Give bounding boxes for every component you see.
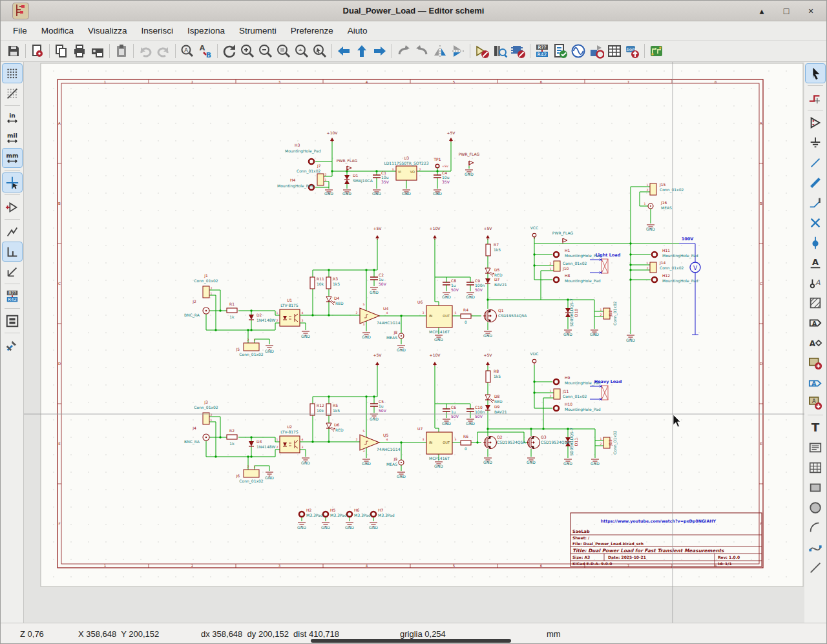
toolbar-mirror-v-button[interactable] bbox=[449, 42, 467, 60]
add-power-icon bbox=[808, 136, 822, 150]
left-free-angle-wires-button[interactable] bbox=[3, 222, 22, 241]
toolbar-find-button[interactable]: A bbox=[178, 42, 196, 60]
right-circle-button[interactable] bbox=[806, 498, 825, 517]
right-sheet-pin-button[interactable]: A bbox=[806, 393, 825, 412]
schematic-drawing[interactable]: 1122334455667788AABBCCDDEEFFhttps://www.… bbox=[24, 62, 804, 624]
left-units-in-button[interactable]: in bbox=[3, 109, 22, 127]
right-rule-area-button[interactable] bbox=[806, 293, 825, 312]
svg-text:50V: 50V bbox=[451, 287, 459, 292]
toolbar-rotate-cw-button[interactable] bbox=[413, 42, 431, 60]
right-net-label-button[interactable]: A bbox=[806, 253, 825, 272]
toolbar-open-pcb-button[interactable] bbox=[647, 42, 665, 60]
right-bus-entry-button[interactable] bbox=[806, 193, 825, 212]
left-hidden-pins-button[interactable] bbox=[3, 198, 22, 216]
schematic-canvas[interactable]: 1122334455667788AABBCCDDEEFFhttps://www.… bbox=[24, 62, 804, 624]
menu-modifica[interactable]: Modifica bbox=[34, 23, 81, 39]
svg-text:2: 2 bbox=[356, 311, 358, 315]
left-wires-45deg-button[interactable] bbox=[3, 262, 22, 281]
close-button[interactable]: × bbox=[806, 6, 816, 16]
print-icon bbox=[72, 43, 87, 59]
toolbar-zoom-out-button[interactable] bbox=[256, 42, 275, 60]
toolbar-edit-symbol-button[interactable] bbox=[473, 42, 491, 60]
menu-visualizza[interactable]: Visualizza bbox=[81, 23, 134, 39]
right-select-cursor-button[interactable] bbox=[806, 64, 825, 83]
toolbar-erc-button[interactable] bbox=[551, 42, 569, 60]
toolbar-zoom-in-button[interactable] bbox=[238, 42, 256, 60]
toolbar-redo-button[interactable] bbox=[154, 42, 173, 60]
toolbar-nav-forward-button[interactable] bbox=[371, 42, 389, 60]
toolbar-browse-symbols-button[interactable] bbox=[491, 42, 509, 60]
svg-text:M3.3Pad: M3.3Pad bbox=[330, 513, 347, 517]
bezier-icon bbox=[808, 541, 822, 555]
right-net-class-label-button[interactable]: A bbox=[806, 273, 825, 292]
right-add-power-button[interactable] bbox=[806, 133, 825, 152]
right-line-button[interactable] bbox=[806, 558, 825, 577]
toolbar-edit-footprint-button[interactable] bbox=[509, 42, 527, 60]
right-table-button[interactable] bbox=[806, 458, 825, 477]
right-bezier-button[interactable] bbox=[806, 538, 825, 557]
toolbar-zoom-objects-button[interactable] bbox=[293, 42, 311, 60]
app-window: Dual_Power_Load — Editor schemi ▴ □ × Fi… bbox=[0, 0, 827, 644]
menu-file[interactable]: File bbox=[6, 23, 34, 39]
right-hier-label-button[interactable]: A bbox=[806, 333, 825, 352]
left-ortho-wires-button[interactable] bbox=[3, 242, 22, 261]
horizontal-scrollbar[interactable] bbox=[311, 639, 511, 643]
toolbar-undo-button[interactable] bbox=[136, 42, 154, 60]
menu-strumenti[interactable]: Strumenti bbox=[232, 23, 284, 39]
toolbar-zoom-selection-button[interactable] bbox=[311, 42, 329, 60]
right-add-wire-button[interactable] bbox=[806, 153, 825, 172]
toolbar-mirror-h-button[interactable] bbox=[431, 42, 449, 60]
svg-text:0: 0 bbox=[465, 320, 467, 324]
svg-text:E: E bbox=[58, 442, 61, 446]
toolbar-nav-back-button[interactable] bbox=[335, 42, 353, 60]
left-crosshair-cursor-button[interactable] bbox=[3, 173, 22, 192]
right-no-connect-button[interactable] bbox=[806, 213, 825, 232]
menu-aiuto[interactable]: Aiuto bbox=[340, 23, 375, 39]
left-units-mm-button[interactable]: mm bbox=[3, 149, 22, 167]
svg-text:B: B bbox=[58, 202, 61, 205]
right-add-symbol-button[interactable] bbox=[806, 113, 825, 132]
menu-ispeziona[interactable]: Ispeziona bbox=[180, 23, 232, 39]
toolbar-print-button[interactable] bbox=[70, 42, 89, 60]
svg-text:1: 1 bbox=[104, 80, 107, 84]
right-arc-button[interactable] bbox=[806, 518, 825, 537]
maximize-button[interactable]: □ bbox=[781, 6, 791, 16]
toolbar-copy-button[interactable] bbox=[52, 42, 70, 60]
right-global-label-button[interactable]: A bbox=[806, 313, 825, 332]
right-rectangle-button[interactable] bbox=[806, 478, 825, 497]
toolbar-simulator-button[interactable] bbox=[569, 42, 587, 60]
menu-preferenze[interactable]: Preferenze bbox=[284, 23, 340, 39]
toolbar-symbol-fields-table-button[interactable] bbox=[605, 42, 623, 60]
svg-text:50V: 50V bbox=[379, 282, 387, 286]
right-add-bus-button[interactable] bbox=[806, 173, 825, 192]
left-toolbar: inmilmmR??R42 bbox=[1, 62, 24, 623]
toolbar-assign-footprints-button[interactable] bbox=[587, 42, 605, 60]
toolbar-export-bom-button[interactable]: .bom bbox=[623, 42, 642, 60]
toolbar-annotate-button[interactable]: R??R42 bbox=[533, 42, 551, 60]
toolbar-paste-button[interactable] bbox=[112, 42, 131, 60]
right-junction-button[interactable] bbox=[806, 233, 825, 252]
right-import-hier-label-button[interactable]: A bbox=[806, 373, 825, 392]
right-text-box-button[interactable] bbox=[806, 438, 825, 457]
left-units-mil-button[interactable]: mil bbox=[3, 129, 22, 147]
menu-inserisci[interactable]: Inserisci bbox=[134, 23, 181, 39]
toolbar-sheet-settings-button[interactable] bbox=[28, 42, 47, 60]
left-annotate-auto-button[interactable]: R??R42 bbox=[3, 287, 22, 306]
left-library-tools-button[interactable] bbox=[3, 336, 22, 355]
left-hierarchy-navigator-button[interactable] bbox=[3, 311, 22, 330]
toolbar-nav-up-button[interactable] bbox=[353, 42, 371, 60]
right-highlight-net-button[interactable] bbox=[806, 88, 825, 107]
left-grid-off-button[interactable] bbox=[3, 84, 22, 103]
toolbar-find-replace-button[interactable]: AB bbox=[196, 42, 215, 60]
toolbar-save-button[interactable] bbox=[5, 42, 23, 60]
toolbar-rotate-ccw-button[interactable] bbox=[395, 42, 413, 60]
right-text-button[interactable]: T bbox=[806, 418, 825, 437]
toolbar-plot-button[interactable] bbox=[89, 42, 107, 60]
toolbar-zoom-fit-button[interactable] bbox=[275, 42, 293, 60]
svg-text:R11: R11 bbox=[317, 276, 324, 281]
right-hier-sheet-button[interactable] bbox=[806, 353, 825, 372]
svg-text:2: 2 bbox=[211, 287, 213, 290]
toolbar-refresh-button[interactable] bbox=[220, 42, 238, 60]
minimize-button[interactable]: ▴ bbox=[757, 6, 767, 16]
left-grid-dots-button[interactable] bbox=[3, 64, 22, 83]
